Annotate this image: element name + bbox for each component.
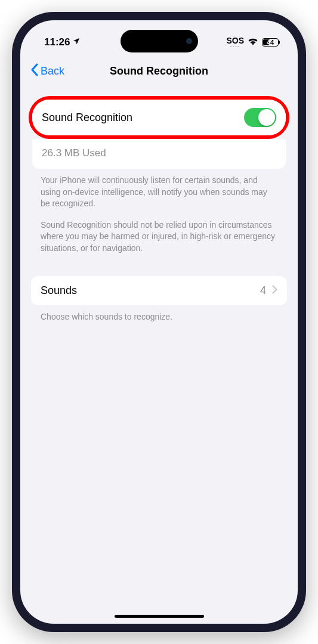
description-text-2: Sound Recognition should not be relied u… xyxy=(31,216,287,261)
sound-recognition-row[interactable]: Sound Recognition xyxy=(32,100,286,135)
status-right: SOS •••• 44 xyxy=(226,36,280,48)
content-area: Sound Recognition 26.3 MB Used Your iPho… xyxy=(20,89,298,336)
dynamic-island xyxy=(121,30,198,52)
wifi-icon xyxy=(248,36,258,48)
back-label: Back xyxy=(41,65,64,78)
sounds-group: Sounds 4 Choose which sounds to recogniz… xyxy=(31,276,287,329)
camera-dot xyxy=(186,38,192,44)
page-title: Sound Recognition xyxy=(110,65,208,78)
phone-screen: 11:26 SOS •••• 44 xyxy=(20,20,298,624)
sounds-footer: Choose which sounds to recognize. xyxy=(31,305,287,329)
back-button[interactable]: Back xyxy=(30,63,64,79)
main-toggle-group: Sound Recognition xyxy=(32,100,286,135)
description-text-1: Your iPhone will continuously listen for… xyxy=(31,169,287,216)
chevron-left-icon xyxy=(30,63,39,79)
navigation-bar: Back Sound Recognition xyxy=(20,56,298,89)
sounds-label: Sounds xyxy=(41,284,77,297)
sounds-row[interactable]: Sounds 4 xyxy=(31,276,287,305)
phone-frame: 11:26 SOS •••• 44 xyxy=(12,12,306,632)
toggle-knob xyxy=(258,109,275,126)
battery-indicator: 44 xyxy=(262,38,280,47)
status-left: 11:26 xyxy=(44,36,81,48)
toggle-label: Sound Recognition xyxy=(42,112,132,124)
status-time: 11:26 xyxy=(44,36,70,48)
home-indicator[interactable] xyxy=(115,615,204,618)
chevron-right-icon xyxy=(272,285,277,296)
sounds-list-group: Sounds 4 xyxy=(31,276,287,305)
sos-indicator: SOS •••• xyxy=(226,36,244,48)
sounds-count: 4 xyxy=(260,284,266,297)
annotation-highlight: Sound Recognition xyxy=(29,96,289,139)
location-icon xyxy=(72,36,81,48)
row-right: 4 xyxy=(260,284,277,297)
sound-recognition-toggle[interactable] xyxy=(244,108,276,127)
storage-used-row: 26.3 MB Used xyxy=(32,139,286,169)
